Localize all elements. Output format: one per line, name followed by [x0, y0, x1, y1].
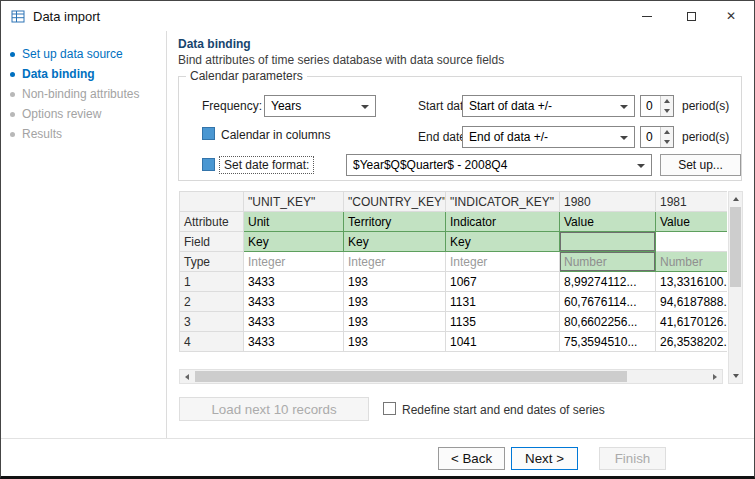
scroll-left-button[interactable] — [180, 370, 194, 383]
table-cell[interactable]: Number — [560, 252, 656, 272]
table-cell[interactable]: Value — [656, 212, 728, 232]
start-date-select[interactable]: Start of data +/- — [462, 95, 635, 117]
step-set-up-data-source: Set up data source — [1, 44, 166, 64]
chevron-down-icon — [664, 109, 670, 113]
table-cell[interactable]: Territory — [344, 212, 446, 232]
chevron-up-icon — [664, 130, 670, 134]
row-header: 4 — [180, 332, 244, 352]
table-cell[interactable] — [560, 232, 656, 252]
step-label: Non-binding attributes — [22, 87, 139, 101]
chevron-down-icon — [733, 374, 739, 378]
table-cell: 80,6602256... — [560, 312, 656, 332]
step-bullet-icon — [10, 92, 15, 97]
page-title: Data binding — [178, 37, 251, 51]
step-label: Set up data source — [22, 47, 123, 61]
table-cell[interactable]: Number — [656, 252, 728, 272]
table-cell: 75,3594510... — [560, 332, 656, 352]
table-cell: 3433 — [244, 332, 344, 352]
table-cell: 26,3538202... — [656, 332, 728, 352]
stepper-up-button[interactable] — [661, 96, 673, 106]
table-cell[interactable]: Indicator — [446, 212, 560, 232]
date-format-select[interactable]: $Year$Q$Quarter$ - 2008Q4 — [346, 154, 652, 176]
end-period-stepper[interactable]: 0 — [640, 126, 674, 148]
close-button[interactable]: ✕ — [712, 2, 750, 30]
table-cell: 1041 — [446, 332, 560, 352]
minimize-button[interactable] — [628, 2, 666, 30]
load-next-records-button[interactable]: Load next 10 records — [179, 397, 369, 421]
table-cell: 94,6187888... — [656, 292, 728, 312]
start-period-stepper[interactable]: 0 — [640, 95, 674, 117]
table-vertical-scrollbar[interactable] — [728, 191, 743, 384]
redefine-dates-checkbox[interactable] — [383, 402, 396, 415]
step-label: Data binding — [22, 67, 95, 81]
set-date-format-label: Set date format: — [219, 156, 314, 174]
stepper-down-button[interactable] — [661, 106, 673, 116]
scroll-right-button[interactable] — [708, 370, 722, 383]
step-bullet-icon — [10, 132, 15, 137]
preview-table: "UNIT_KEY""COUNTRY_KEY""INDICATOR_KEY"19… — [179, 191, 727, 352]
end-date-selected-value: End of data +/- — [469, 130, 548, 144]
stepper-up-button[interactable] — [661, 127, 673, 137]
step-bullet-icon — [10, 52, 15, 57]
frequency-select[interactable]: Years — [264, 95, 376, 117]
table-cell: 1131 — [446, 292, 560, 312]
scroll-up-button[interactable] — [729, 192, 742, 206]
table-row: 23433193113160,7676114...94,6187888... — [180, 292, 728, 312]
table-cell[interactable]: Unit — [244, 212, 344, 232]
corner-header — [180, 192, 244, 212]
step-label: Options review — [22, 107, 101, 121]
set-up-button[interactable]: Set up... — [660, 154, 741, 176]
table-row: 43433193104175,3594510...26,3538202... — [180, 332, 728, 352]
table-cell[interactable]: Key — [244, 232, 344, 252]
row-header: Attribute — [180, 212, 244, 232]
stepper-buttons — [660, 127, 673, 147]
table-cell: 41,6170126... — [656, 312, 728, 332]
chevron-left-icon — [185, 374, 189, 380]
redefine-dates-label: Redefine start and end dates of series — [402, 403, 605, 417]
table-cell: Integer — [446, 252, 560, 272]
window-title: Data import — [33, 9, 100, 24]
end-date-select[interactable]: End of data +/- — [462, 126, 635, 148]
chevron-down-icon — [637, 164, 645, 168]
table-cell[interactable]: Key — [344, 232, 446, 252]
table-cell[interactable]: Key — [446, 232, 560, 252]
row-header: 2 — [180, 292, 244, 312]
step-data-binding: Data binding — [1, 64, 166, 84]
set-date-format-checkbox[interactable] — [202, 158, 215, 171]
frequency-selected-value: Years — [271, 99, 301, 113]
minimize-icon — [642, 16, 652, 17]
table-cell: 8,99274112... — [560, 272, 656, 292]
maximize-button[interactable] — [672, 2, 710, 30]
table-cell: 60,7676114... — [560, 292, 656, 312]
chevron-right-icon — [713, 374, 717, 380]
frequency-label: Frequency: — [202, 99, 262, 113]
table-cell: 193 — [344, 312, 446, 332]
scroll-down-button[interactable] — [729, 369, 742, 383]
vertical-scroll-thumb[interactable] — [730, 207, 741, 287]
preview-table-wrap: "UNIT_KEY""COUNTRY_KEY""INDICATOR_KEY"19… — [179, 191, 727, 353]
footer-divider — [1, 438, 755, 439]
title-bar: Data import ✕ — [1, 1, 754, 31]
column-header: 1980 — [560, 192, 656, 212]
row-header: Type — [180, 252, 244, 272]
finish-button[interactable]: Finish — [599, 447, 666, 470]
step-options-review: Options review — [1, 104, 166, 124]
table-cell: 1135 — [446, 312, 560, 332]
chevron-down-icon — [620, 136, 628, 140]
next-button[interactable]: Next > — [511, 447, 578, 470]
chevron-up-icon — [733, 197, 739, 201]
back-button[interactable]: < Back — [438, 447, 505, 470]
chevron-up-icon — [664, 99, 670, 103]
table-horizontal-scrollbar[interactable] — [179, 369, 723, 384]
stepper-down-button[interactable] — [661, 137, 673, 147]
calendar-in-columns-checkbox[interactable] — [202, 127, 215, 140]
horizontal-scroll-thumb[interactable] — [195, 371, 627, 382]
step-non-binding-attributes: Non-binding attributes — [1, 84, 166, 104]
calendar-in-columns-label: Calendar in columns — [221, 128, 330, 142]
close-icon: ✕ — [726, 10, 736, 22]
table-cell[interactable]: Value — [560, 212, 656, 232]
app-icon — [11, 9, 25, 23]
column-header: "UNIT_KEY" — [244, 192, 344, 212]
table-cell: 3433 — [244, 292, 344, 312]
start-periods-suffix: period(s) — [682, 99, 729, 113]
